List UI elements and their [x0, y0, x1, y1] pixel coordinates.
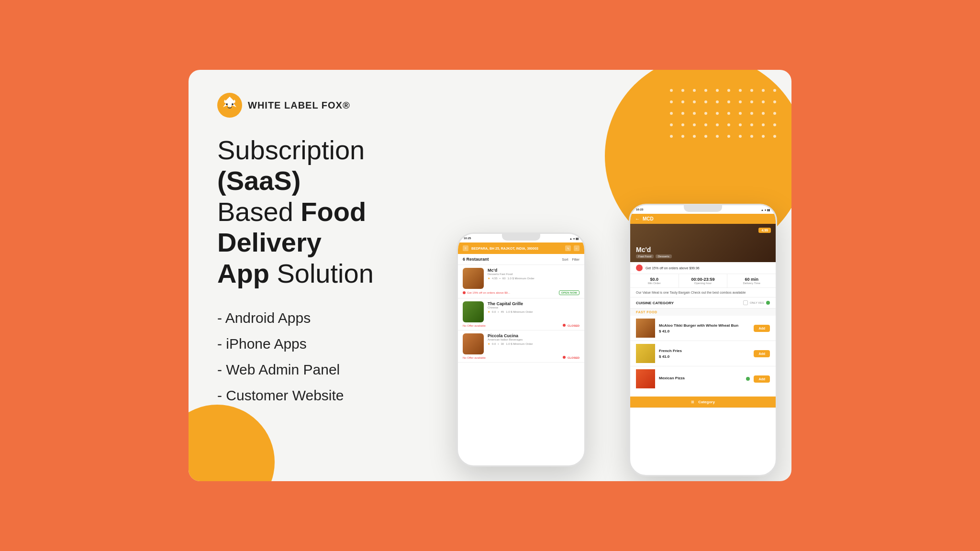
menu-item-name-3: Mexican Pizza — [659, 376, 742, 380]
headline: Subscription (SaaS) Based Food Delivery … — [217, 135, 428, 289]
search-icon-small[interactable]: ⌕ — [574, 245, 579, 251]
veg-green-dot — [766, 301, 770, 305]
status-icons-large: ▲ ● ▮▮ — [761, 208, 770, 211]
features-list: - Android Apps - iPhone Apps - Web Admin… — [217, 310, 428, 404]
stat-value-min: $0.0 — [630, 277, 679, 282]
restaurant-card-top-3: Piccola Cucina American Italian Beverage… — [463, 333, 579, 354]
feature-android: - Android Apps — [217, 310, 428, 326]
edit-icon[interactable]: ✎ — [565, 245, 571, 251]
restaurant-thumb-1 — [463, 268, 484, 289]
no-offer-text-2: No Offer available — [463, 324, 486, 327]
restaurant-card-top-1: Mc'd Desserts Fast Food ★ 4.55 • 60 1.0 … — [463, 268, 579, 289]
restaurant-name-1: Mc'd — [488, 268, 579, 273]
right-content: 10:25 ▲ ● ▮▮ ≡ BEDPARA, BH 25, RAJKOT, I… — [447, 70, 791, 481]
no-offer-row-2: No Offer available CLOSED — [463, 324, 579, 327]
rating-1: 4.55 — [492, 277, 498, 280]
restaurant-info-2: The Capital Grille Chinese ★ 0.0 • 45 1.… — [488, 301, 579, 313]
svg-point-3 — [232, 103, 234, 105]
restaurant-card-1[interactable]: Mc'd Desserts Fast Food ★ 4.55 • 60 1.0 … — [458, 265, 584, 298]
add-btn-2[interactable]: Add — [754, 350, 770, 357]
veg-toggle[interactable]: ONLY VEG — [743, 300, 770, 305]
headline-line2: Based Food Delivery — [217, 197, 366, 257]
menu-item-3[interactable]: Mexican Pizza Add ⊞ Category — [630, 366, 776, 408]
offer-red-dot-icon — [636, 264, 643, 271]
restaurant-detail-name: Mc'd — [636, 246, 672, 253]
stat-label-delivery: Delivery Time — [727, 282, 776, 285]
stat-delivery: 60 min Delivery Time — [727, 274, 776, 287]
restaurant-count-bar: 6 Restaurant Sort Filter — [458, 254, 584, 265]
back-icon[interactable]: ← — [635, 216, 640, 221]
star-icon-2: ★ — [488, 310, 490, 313]
star-icon-3: ★ — [488, 342, 490, 345]
restaurant-detail-tags: Fast Food Desserts — [636, 254, 672, 258]
dot-sep: • — [500, 277, 501, 280]
restaurant-tags-1: Desserts Fast Food — [488, 273, 579, 276]
pasta-image — [463, 333, 484, 354]
restaurant-info-1: Mc'd Desserts Fast Food ★ 4.55 • 60 1.0 … — [488, 268, 579, 280]
rating-3: 0.0 — [492, 342, 496, 345]
min-order-1: 1.0 $ Minimum Order — [507, 277, 534, 280]
dot-sep-3: • — [498, 342, 499, 345]
salad-image — [463, 301, 484, 322]
filter-btn[interactable]: Filter — [572, 258, 579, 261]
burger-image — [463, 268, 484, 289]
menu-item-2[interactable]: French Fries $ 41.0 Add — [630, 341, 776, 366]
sort-btn[interactable]: Sort — [562, 258, 568, 261]
restaurant-meta-3: ★ 0.0 • 30 1.0 $ Minimum Order — [488, 342, 579, 345]
fries-thumb-image — [636, 344, 655, 363]
open-badge-1: OPEN NOW — [559, 290, 579, 295]
restaurant-name-3: Piccola Cucina — [488, 333, 579, 338]
phone-notch-small — [502, 234, 540, 241]
restaurant-card-3[interactable]: Piccola Cucina American Italian Beverage… — [458, 331, 584, 363]
restaurant-tags-2: Chinese — [488, 306, 579, 309]
phone-small: 10:25 ▲ ● ▮▮ ≡ BEDPARA, BH 25, RAJKOT, I… — [457, 232, 586, 467]
cuisine-label: CUISINE CATEGORY — [636, 301, 674, 305]
feature-admin: - Web Admin Panel — [217, 362, 428, 378]
menu-item-name-1: McAloo Tikki Burger with Whole Wheat Bun — [659, 323, 750, 328]
status-time-large: 10:23 — [636, 208, 643, 211]
menu-item-price-2: $ 41.0 — [659, 354, 750, 359]
reviews-1: 60 — [502, 277, 506, 280]
phone-header-orange: ≡ BEDPARA, BH 25, RAJKOT, INDIA, 360003 … — [458, 242, 584, 254]
stat-min-order: $0.0 Min Order — [630, 274, 679, 287]
menu-thumb-1 — [636, 319, 655, 338]
location-text: BEDPARA, BH 25, RAJKOT, INDIA, 360003 — [471, 247, 562, 250]
reviews-2: 45 — [501, 310, 504, 313]
main-card: WHITE LABEL FOX® Subscription (SaaS) Bas… — [189, 70, 791, 481]
status-icons-small: ▲ ● ▮▮ — [569, 237, 579, 240]
pizza-thumb-image — [636, 369, 655, 388]
phone-notch-large — [684, 205, 722, 212]
mcd-header-bar: ← MCD — [630, 214, 776, 224]
menu-icon[interactable]: ≡ — [463, 245, 468, 251]
tag-desserts: Desserts — [656, 254, 672, 258]
feature-customer: - Customer Website — [217, 387, 428, 404]
restaurant-meta-2: ★ 0.0 • 45 1.0 $ Minimum Order — [488, 310, 579, 313]
burger-thumb-image — [636, 319, 655, 338]
stat-value-delivery: 60 min — [727, 277, 776, 282]
star-icon-1: ★ — [488, 276, 490, 280]
detail-description: Our Value Meal is one Tasty Bargain Chec… — [630, 288, 776, 298]
status-time-small: 10:25 — [464, 237, 471, 240]
veg-indicator-pizza — [746, 377, 750, 381]
restaurant-card-top-2: The Capital Grille Chinese ★ 0.0 • 45 1.… — [463, 301, 579, 322]
closed-badge-2: CLOSED — [563, 324, 579, 327]
fox-logo-icon — [217, 93, 242, 118]
mcd-header-title: MCD — [643, 216, 654, 221]
restaurant-card-2[interactable]: The Capital Grille Chinese ★ 0.0 • 45 1.… — [458, 298, 584, 331]
stat-opening: 00:00-23:59 Opening hour — [679, 274, 728, 287]
add-btn-3[interactable]: Add — [754, 375, 770, 383]
reviews-3: 30 — [501, 342, 504, 345]
offer-row-1: Get 15% off on orders above $9... OPEN N… — [463, 290, 579, 295]
category-bar[interactable]: ⊞ Category — [630, 397, 776, 408]
restaurant-info-3: Piccola Cucina American Italian Beverage… — [488, 333, 579, 345]
veg-checkbox[interactable] — [743, 300, 748, 305]
menu-item-1[interactable]: McAloo Tikki Burger with Whole Wheat Bun… — [630, 316, 776, 341]
menu-item-info-1: McAloo Tikki Burger with Whole Wheat Bun… — [659, 323, 750, 333]
min-order-3: 1.0 $ Minimum Order — [506, 342, 533, 345]
add-btn-1[interactable]: Add — [754, 325, 770, 332]
sort-filter-area: Sort Filter — [562, 258, 579, 261]
restaurant-meta-1: ★ 4.55 • 60 1.0 $ Minimum Order — [488, 276, 579, 280]
left-content: WHITE LABEL FOX® Subscription (SaaS) Bas… — [189, 70, 447, 481]
menu-item-price-1: $ 41.0 — [659, 329, 750, 333]
restaurant-detail-title: Mc'd Fast Food Desserts — [636, 246, 672, 258]
